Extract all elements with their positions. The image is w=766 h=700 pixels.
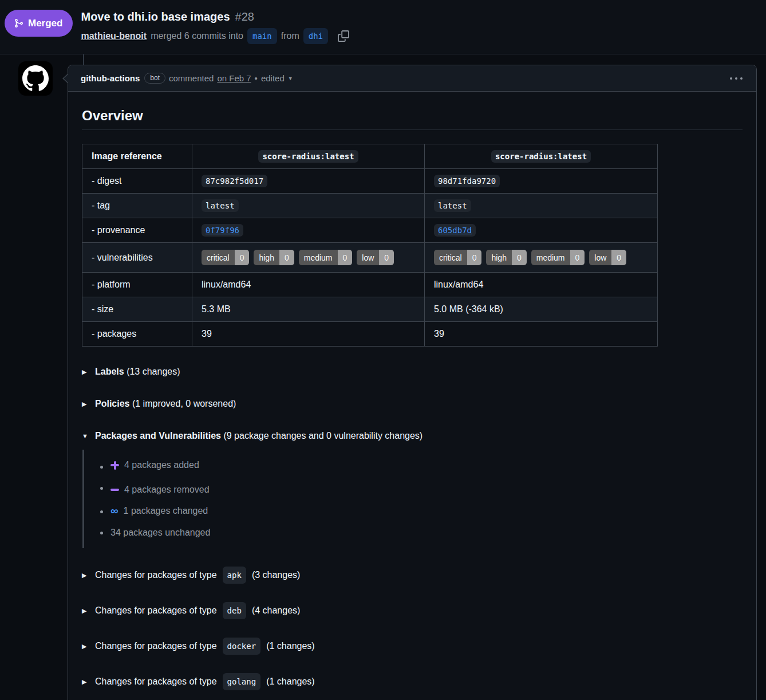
copy-branch-button[interactable] — [338, 30, 349, 42]
section-changes-golang: ▶ Changes for packages of type golang (1… — [82, 673, 743, 690]
base-branch-chip[interactable]: main — [247, 28, 277, 44]
caret-down-icon: ▼ — [288, 76, 293, 81]
provenance-link[interactable]: 0f79f96 — [206, 226, 239, 235]
section-packages-vulnerabilities: ▼ Packages and Vulnerabilities (9 packag… — [82, 429, 743, 548]
caret-down-icon: ▼ — [82, 429, 89, 443]
caret-right-icon: ▶ — [82, 568, 89, 582]
github-octocat-icon — [22, 65, 49, 92]
table-row-packages: - packages 39 39 — [82, 322, 658, 347]
table-row-size: - size 5.3 MB 5.0 MB (-364 kB) — [82, 297, 658, 322]
caret-right-icon: ▶ — [82, 639, 89, 653]
package-type-chip: docker — [223, 638, 261, 655]
table-row-platform: - platform linux/amd64 linux/amd64 — [82, 273, 658, 297]
bot-badge: bot — [144, 73, 165, 84]
section-policies: ▶ Policies (1 improved, 0 worsened) — [82, 397, 743, 411]
col-image-reference: Image reference — [82, 144, 192, 169]
vuln-badge-high: high0 — [254, 250, 294, 265]
pr-merge-text: merged 6 commits into — [151, 30, 243, 42]
platform-value: linux/amd64 — [425, 273, 658, 297]
vuln-badge-critical: critical0 — [202, 250, 249, 265]
list-item: 34 packages unchanged — [109, 526, 743, 540]
plus-icon — [110, 461, 119, 470]
vuln-badge-medium: medium0 — [299, 250, 353, 265]
head-branch-chip[interactable]: dhi — [303, 28, 328, 44]
package-changes-list: 4 packages added 4 packages removed ∞1 p… — [82, 450, 743, 548]
package-type-chip: apk — [223, 567, 246, 584]
link-icon: ∞ — [110, 506, 119, 515]
overview-heading: Overview — [82, 108, 743, 130]
policies-summary[interactable]: ▶ Policies (1 improved, 0 worsened) — [82, 397, 743, 411]
changes-docker-summary[interactable]: ▶ Changes for packages of type docker (1… — [82, 638, 743, 655]
col-image-right: score-radius:latest — [425, 144, 658, 169]
list-item: 4 packages removed — [109, 481, 743, 497]
copy-icon — [338, 30, 349, 42]
vuln-badge-low: low0 — [589, 250, 626, 265]
package-type-chip: golang — [223, 673, 261, 690]
pr-author-link[interactable]: mathieu-benoit — [81, 30, 147, 42]
vuln-badge-low: low0 — [357, 250, 394, 265]
platform-value: linux/amd64 — [192, 273, 425, 297]
vuln-badge-high: high0 — [486, 250, 526, 265]
list-item: ∞1 packages changed — [109, 504, 743, 519]
comment-body: Overview Image reference score-radius:la… — [68, 92, 756, 700]
changes-apk-summary[interactable]: ▶ Changes for packages of type apk (3 ch… — [82, 567, 743, 584]
overview-table: Image reference score-radius:latest scor… — [82, 144, 658, 347]
digest-value: 98d71fda9720 — [434, 175, 500, 187]
table-row-tag: - tag latest latest — [82, 194, 658, 218]
packages-value: 39 — [192, 322, 425, 347]
vuln-badge-critical: critical0 — [434, 250, 481, 265]
changes-deb-summary[interactable]: ▶ Changes for packages of type deb (4 ch… — [82, 602, 743, 619]
pr-number: #28 — [235, 9, 254, 24]
timeline-connector-line — [83, 54, 84, 65]
caret-right-icon: ▶ — [82, 397, 89, 411]
merged-status-label: Merged — [28, 18, 62, 29]
github-actions-avatar[interactable] — [18, 61, 53, 96]
comment-options-kebab-button[interactable] — [726, 74, 746, 83]
pr-header: Merged Move to dhi.io base images #28 ma… — [0, 0, 766, 54]
comment-author-link[interactable]: github-actions — [81, 73, 140, 83]
list-item: 4 packages added — [109, 458, 743, 474]
packages-value: 39 — [425, 322, 658, 347]
comment-date-link[interactable]: on Feb 7 — [217, 73, 251, 83]
vuln-badge-medium: medium0 — [531, 250, 585, 265]
col-image-left: score-radius:latest — [192, 144, 425, 169]
section-changes-apk: ▶ Changes for packages of type apk (3 ch… — [82, 567, 743, 584]
tag-value: latest — [202, 199, 239, 212]
package-type-chip: deb — [223, 602, 246, 619]
tag-value: latest — [434, 199, 471, 212]
merged-status-badge: Merged — [5, 10, 73, 37]
git-merge-icon — [14, 18, 23, 28]
minus-icon — [110, 489, 119, 491]
comment-action-text: commented — [169, 73, 214, 83]
digest-value: 87c982f5d017 — [202, 175, 267, 187]
edited-dropdown[interactable]: edited ▼ — [261, 73, 293, 83]
packages-vulnerabilities-summary[interactable]: ▼ Packages and Vulnerabilities (9 packag… — [82, 429, 743, 443]
section-changes-deb: ▶ Changes for packages of type deb (4 ch… — [82, 602, 743, 619]
comment-card: github-actions bot commented on Feb 7 • … — [68, 65, 757, 700]
pr-from-text: from — [281, 30, 299, 42]
size-value: 5.0 MB (-364 kB) — [425, 297, 658, 322]
pr-title: Move to dhi.io base images — [81, 9, 230, 24]
comment-header: github-actions bot commented on Feb 7 • … — [68, 65, 756, 92]
provenance-link[interactable]: 605db7d — [438, 226, 472, 235]
table-row-digest: - digest 87c982f5d017 98d71fda9720 — [82, 169, 658, 194]
caret-right-icon: ▶ — [82, 604, 89, 618]
section-changes-docker: ▶ Changes for packages of type docker (1… — [82, 638, 743, 655]
table-row-vulnerabilities: - vulnerabilities critical0 high0 medium… — [82, 243, 658, 273]
changes-golang-summary[interactable]: ▶ Changes for packages of type golang (1… — [82, 673, 743, 690]
caret-right-icon: ▶ — [82, 365, 89, 379]
labels-summary[interactable]: ▶ Labels (13 changes) — [82, 365, 743, 379]
size-value: 5.3 MB — [192, 297, 425, 322]
table-row-provenance: - provenance 0f79f96 605db7d — [82, 218, 658, 243]
section-labels: ▶ Labels (13 changes) — [82, 365, 743, 379]
caret-right-icon: ▶ — [82, 675, 89, 689]
table-header-row: Image reference score-radius:latest scor… — [82, 144, 658, 169]
